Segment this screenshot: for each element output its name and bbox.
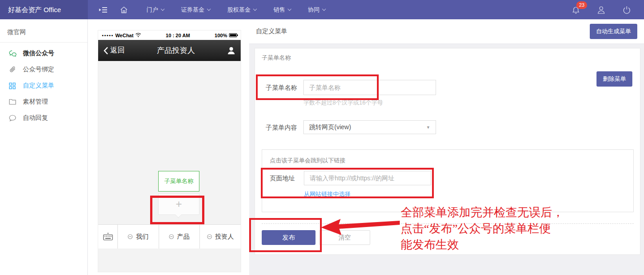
link-box-note: 点击该子菜单会跳到以下链接 [270,157,346,165]
submenu-popup-button[interactable]: 子菜单名称 [158,171,199,192]
clock-label: 10 : 20 AM [141,33,215,38]
battery-icon [229,33,237,37]
phone-status-bar: ●●●●● WeChat 10 : 20 AM 100% [98,31,241,40]
chevron-down-icon [322,7,326,10]
add-submenu-button[interactable]: + [158,193,199,215]
topbar: 好基会资产 Office 门户 证券基金 股权基金 销售 协同 23 [0,0,644,19]
phone-tab-products[interactable]: 产品 [159,225,200,249]
page-title: 自定义菜单 [256,27,287,35]
pick-from-site-links[interactable]: 从网站链接中选择 [304,190,350,198]
sidebar-item-label: 微信公众号 [23,49,54,57]
submenu-name-input[interactable] [303,80,436,95]
grid-icon [9,82,17,90]
sidebar-toggle-icon[interactable] [95,7,111,13]
chevron-down-icon [288,7,291,10]
publish-button[interactable]: 发布 [262,230,316,245]
bell-icon[interactable]: 23 [572,6,579,14]
submenu-content-select[interactable]: 跳转网页(view) ▼ [303,120,436,134]
phone-preview: ●●●●● WeChat 10 : 20 AM 100% 返回 产品投资人 [98,30,241,272]
page-url-label: 页面地址 [270,175,295,183]
name-length-hint: 字数不超过8个汉字或16个字母 [303,99,383,107]
delete-menu-button[interactable]: 删除菜单 [596,71,632,87]
menu-dot-icon [128,234,133,239]
sidebar-item-label: 公众号绑定 [23,65,54,74]
notification-badge: 23 [576,1,587,9]
sidebar-item-wechat-account[interactable]: 微信公众号 [0,45,87,61]
phone-nav-bar: 返回 产品投资人 [98,40,241,61]
content-header: 自定义菜单 自动生成菜单 [249,19,644,44]
tab-label: 产品 [177,233,190,241]
sidebar-item-auto-reply[interactable]: 自动回复 [0,110,87,126]
brand-title: 好基会资产 Office [0,0,88,19]
phone-tab-about[interactable]: 我们 [118,225,159,249]
speech-bubble-icon [9,114,17,122]
paperclip-icon [9,66,17,74]
nav-item-securities-fund[interactable]: 证券基金 [181,6,210,14]
submenu-form-panel: 子菜单名称 删除菜单 子菜单名称 字数不超过8个汉字或16个字母 子菜单内容 跳… [255,48,640,255]
folder-icon [9,98,17,106]
nav-item-portal[interactable]: 门户 [147,6,164,14]
chevron-down-icon [253,7,257,10]
clear-button[interactable]: 清空 [319,230,370,245]
nav-item-collaboration[interactable]: 协同 [308,6,325,14]
wechat-icon [9,50,17,57]
phone-screen: 子菜单名称 + 我们 产品 [98,61,241,249]
sidebar-item-material-management[interactable]: 素材管理 [0,94,87,110]
contact-icon[interactable] [227,47,235,55]
sidebar: 微官网 微信公众号 公众号绑定 自定义菜单 [0,19,88,275]
form-section-title: 子菜单名称 [262,54,291,62]
chevron-down-icon [161,7,164,10]
home-icon[interactable] [116,6,132,13]
phone-tab-investors[interactable]: 投资人 [200,225,241,249]
tab-label: 我们 [136,233,148,241]
topbar-nav: 门户 证券基金 股权基金 销售 协同 [138,6,334,14]
nav-item-equity-fund[interactable]: 股权基金 [227,6,256,14]
nav-item-sales[interactable]: 销售 [273,6,291,14]
sidebar-item-custom-menu[interactable]: 自定义菜单 [0,78,87,94]
battery-percent: 100% [215,33,227,38]
sidebar-item-label: 自定义菜单 [23,82,54,90]
page-url-input[interactable] [304,171,431,185]
sidebar-title: 微官网 [0,19,87,42]
phone-tab-bar: 我们 产品 投资人 [98,224,241,249]
power-icon[interactable] [623,6,631,14]
link-settings-box: 点击该子菜单会跳到以下链接 页面地址 从网站链接中选择 [262,149,634,212]
tab-label: 投资人 [215,233,234,241]
main-content: 自定义菜单 自动生成菜单 子菜单名称 删除菜单 子菜单名称 字数不超过8个汉字或… [249,19,644,275]
auto-generate-menu-button[interactable]: 自动生成菜单 [590,24,637,39]
dropdown-caret-icon: ▼ [426,125,430,130]
phone-preview-column: ●●●●● WeChat 10 : 20 AM 100% 返回 产品投资人 [88,19,249,275]
back-label: 返回 [110,46,125,55]
sidebar-item-account-binding[interactable]: 公众号绑定 [0,61,87,78]
phone-page-title: 产品投资人 [125,45,227,56]
wifi-icon [135,33,141,38]
signal-dots: ●●●●● [102,34,113,37]
user-icon[interactable] [597,6,605,14]
menu-dot-icon [207,234,212,239]
keyboard-icon[interactable] [98,225,118,249]
sidebar-item-label: 素材管理 [23,98,48,106]
back-chevron-icon [104,47,108,55]
back-button[interactable]: 返回 [104,46,125,55]
dotted-divider [262,223,634,224]
menu-dot-icon [169,234,174,239]
chevron-down-icon [207,7,211,10]
sidebar-item-label: 自动回复 [23,114,48,122]
submenu-content-label: 子菜单内容 [266,124,297,132]
selected-option: 跳转网页(view) [309,123,351,131]
submenu-name-label: 子菜单名称 [266,84,297,92]
carrier-label: WeChat [115,33,134,38]
